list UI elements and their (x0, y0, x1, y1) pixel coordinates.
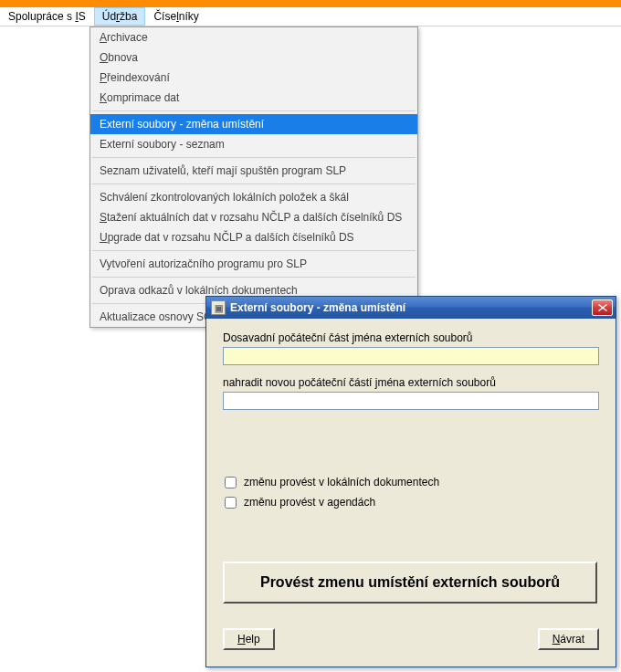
dd-komprimace[interactable]: Komprimace dat (90, 88, 417, 108)
provest-button[interactable]: Provést zmenu umístění externích souborů (223, 562, 597, 604)
dd-schvaleni[interactable]: Schválení zkontrolovaných lokálních polo… (90, 187, 417, 207)
dd-externi-zmena[interactable]: Externí soubory - změna umístění (90, 114, 417, 134)
checkbox-row-agendy: změnu provést v agendách (225, 496, 599, 509)
label-nahradit: nahradit novou počáteční částí jména ext… (223, 376, 599, 389)
top-accent-bar (0, 0, 621, 7)
separator (92, 110, 416, 111)
titlebar: ▣ Externí soubory - změna umístění (206, 297, 616, 319)
menu-spoluprace[interactable]: Spolupráce s IS (0, 7, 94, 26)
help-button[interactable]: Help (223, 628, 275, 650)
dropdown-udrzba: Archivace Obnova Přeindexování Komprimac… (89, 26, 418, 328)
dialog-externi-soubory: ▣ Externí soubory - změna umístění Dosav… (205, 296, 616, 667)
input-dosavadni[interactable] (223, 347, 599, 365)
dd-externi-seznam[interactable]: Externí soubory - seznam (90, 134, 417, 154)
navrat-button[interactable]: Návrat (538, 628, 599, 650)
dd-autorizacni[interactable]: Vytvoření autorizačního programu pro SLP (90, 254, 417, 274)
dd-obnova[interactable]: Obnova (90, 47, 417, 68)
bottom-button-row: Help Návrat (223, 628, 599, 650)
checkbox-label-agendy: změnu provést v agendách (244, 496, 375, 509)
label-dosavadni: Dosavadní počáteční část jména externích… (223, 331, 599, 344)
separator (92, 184, 416, 184)
menu-udrzba[interactable]: Údržba (94, 7, 146, 26)
dd-stazeni[interactable]: Stažení aktuálních dat v rozsahu NČLP a … (90, 207, 417, 227)
checkbox-lokalni[interactable] (225, 477, 237, 488)
input-nahradit[interactable] (223, 392, 599, 410)
dd-archivace[interactable]: Archivace (90, 27, 417, 47)
menubar: Spolupráce s IS Údržba Číselníky (0, 7, 621, 26)
close-icon (598, 304, 607, 311)
app-icon: ▣ (211, 300, 226, 315)
separator (92, 277, 416, 278)
dd-seznam-uzivatelu[interactable]: Seznam uživatelů, kteří mají spuštěn pro… (90, 161, 417, 181)
checkbox-agendy[interactable] (225, 497, 237, 509)
separator (92, 157, 416, 158)
dd-preindexovani[interactable]: Přeindexování (90, 68, 417, 88)
menu-ciselniky[interactable]: Číselníky (145, 7, 206, 26)
checkbox-label-lokalni: změnu provést v lokálních dokumentech (244, 476, 439, 488)
separator (92, 250, 416, 251)
checkbox-row-lokalni: změnu provést v lokálních dokumentech (225, 476, 599, 488)
dd-upgrade[interactable]: Upgrade dat v rozsahu NČLP a dalších čís… (90, 227, 417, 247)
dialog-body: Dosavadní počáteční část jména externích… (206, 319, 616, 667)
close-button[interactable] (592, 299, 613, 316)
dialog-title: Externí soubory - změna umístění (230, 301, 592, 314)
